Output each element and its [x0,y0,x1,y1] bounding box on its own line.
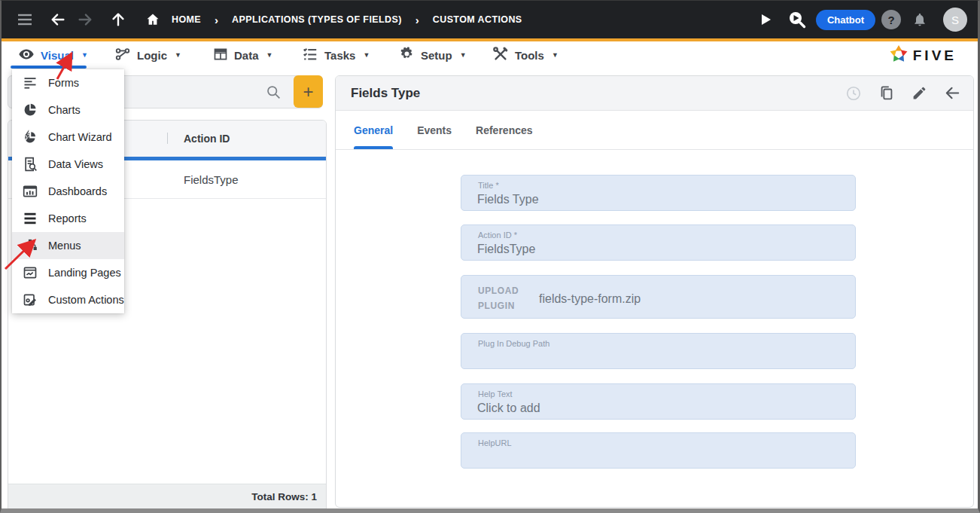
menu-data-label: Data [234,49,259,62]
active-menu-underline [11,66,87,69]
play-icon[interactable] [753,7,778,32]
breadcrumb-chevron-icon: › [207,14,226,26]
eye-icon [18,46,35,65]
detail-panel: Fields Type General Events References [335,75,974,508]
column-divider [167,133,168,144]
menu-item-label: Data Views [48,158,103,170]
menu-item-custom-actions[interactable]: Custom Actions [12,286,124,313]
menu-visual-label: Visual [41,49,74,62]
chevron-down-icon: ▼ [266,51,273,59]
arrow-left-icon[interactable] [944,84,961,102]
action-id-field-value: FieldsType [477,243,535,256]
menu-item-chart-wizard[interactable]: Chart Wizard [12,124,124,151]
logic-flow-icon [114,46,131,65]
menu-item-label: Custom Actions [48,294,124,306]
help-text-field[interactable]: Help Text Click to add [461,383,856,420]
app-window: HOME › APPLICATIONS (TYPES OF FIELDS) › … [0,0,980,513]
home-icon[interactable] [140,7,166,32]
help-text-label: Help Text [478,389,513,398]
five-pinwheel-icon [889,44,908,67]
help-url-label: HelpURL [478,438,512,447]
breadcrumb-chevron-icon: › [408,14,427,26]
chatbot-button[interactable]: Chatbot [816,10,875,30]
edit-pencil-icon[interactable] [912,85,927,101]
bell-icon[interactable] [907,7,933,32]
menu-item-label: Dashboards [48,185,107,197]
tools-icon [492,46,509,65]
upload-plugin-value: fields-type-form.zip [539,292,641,306]
menu-item-data-views[interactable]: Data Views [12,151,124,178]
menu-item-label: Charts [48,104,81,116]
breadcrumb-custom-actions[interactable]: CUSTOM ACTIONS [428,14,527,25]
menu-item-forms[interactable]: Forms [12,69,124,96]
arrow-up-icon[interactable] [105,7,131,32]
add-record-button[interactable]: + [294,75,323,108]
top-navbar: HOME › APPLICATIONS (TYPES OF FIELDS) › … [2,1,978,38]
tab-references[interactable]: References [476,124,533,136]
history-clock-icon[interactable] [845,85,862,102]
avatar[interactable]: S [943,8,967,32]
page-title: Fields Type [351,86,845,101]
run-preview-icon[interactable] [784,7,810,32]
menu-tasks[interactable]: Tasks ▼ [302,41,370,69]
action-id-field-label: Action ID * [478,231,517,240]
menu-data[interactable]: Data ▼ [213,41,272,69]
detail-tabs: General Events References [336,111,973,150]
menu-setup[interactable]: Setup ▼ [399,41,467,69]
menu-item-label: Chart Wizard [48,131,112,143]
total-rows-footer: Total Rows: 1 [8,484,326,508]
menu-item-label: Forms [48,77,79,89]
help-icon[interactable]: ? [881,10,901,29]
menu-logic[interactable]: Logic ▼ [114,41,181,69]
chevron-down-icon: ▼ [460,51,467,59]
title-field-value: Fields Type [477,193,539,206]
plugin-debug-path-label: Plug In Debug Path [478,339,549,348]
arrow-forward-icon[interactable] [72,7,98,32]
menu-item-label: Landing Pages [48,267,121,279]
copy-icon[interactable] [878,85,895,102]
menu-logic-label: Logic [137,49,167,62]
menu-item-label: Reports [48,212,87,224]
title-field-label: Title * [478,181,499,190]
plugin-debug-path-field[interactable]: Plug In Debug Path [461,333,856,369]
breadcrumb-applications[interactable]: APPLICATIONS (TYPES OF FIELDS) [227,14,406,25]
menubar: Visual ▼ Logic ▼ Data ▼ Tasks ▼ Setup ▼ … [2,41,978,69]
search-icon[interactable] [266,84,282,103]
menu-tasks-label: Tasks [324,49,355,62]
help-url-field[interactable]: HelpURL [461,432,856,469]
chevron-down-icon: ▼ [175,51,181,59]
chevron-down-icon: ▼ [552,51,558,59]
chevron-down-icon: ▼ [81,51,88,59]
hamburger-icon[interactable] [12,7,38,32]
visual-dropdown-menu: Forms Charts Chart Wizard Data Views Das… [12,69,124,313]
gear-icon [399,46,415,64]
five-wordmark: FIVE [913,47,957,64]
data-grid-icon [213,47,228,64]
menu-item-landing-pages[interactable]: Landing Pages [12,259,124,286]
upload-plugin-field[interactable]: UPLOAD PLUGIN fields-type-form.zip [461,275,856,319]
menu-tools-label: Tools [515,49,544,62]
breadcrumb-home[interactable]: HOME [167,14,205,25]
upload-plugin-label: UPLOAD PLUGIN [478,283,519,313]
detail-header: Fields Type [336,76,973,111]
tab-events[interactable]: Events [417,124,452,136]
help-text-value: Click to add [477,402,540,415]
arrow-back-icon[interactable] [45,7,71,32]
chevron-down-icon: ▼ [363,51,370,59]
menu-tools[interactable]: Tools ▼ [492,41,558,69]
menu-item-reports[interactable]: Reports [12,205,124,232]
menu-visual[interactable]: Visual ▼ [18,41,88,69]
menu-item-charts[interactable]: Charts [12,96,124,124]
action-id-field[interactable]: Action ID * FieldsType [461,224,856,261]
active-tab-underline [354,146,393,149]
menu-item-label: Menus [48,240,81,252]
tasks-checklist-icon [302,46,318,65]
five-logo: FIVE [889,44,957,67]
title-field[interactable]: Title * Fields Type [461,175,856,211]
menu-item-menus[interactable]: Menus [12,232,124,259]
tab-general[interactable]: General [354,124,393,136]
column-header-action-id[interactable]: Action ID [184,121,230,157]
menu-item-dashboards[interactable]: Dashboards [12,178,124,205]
menu-setup-label: Setup [421,49,452,62]
